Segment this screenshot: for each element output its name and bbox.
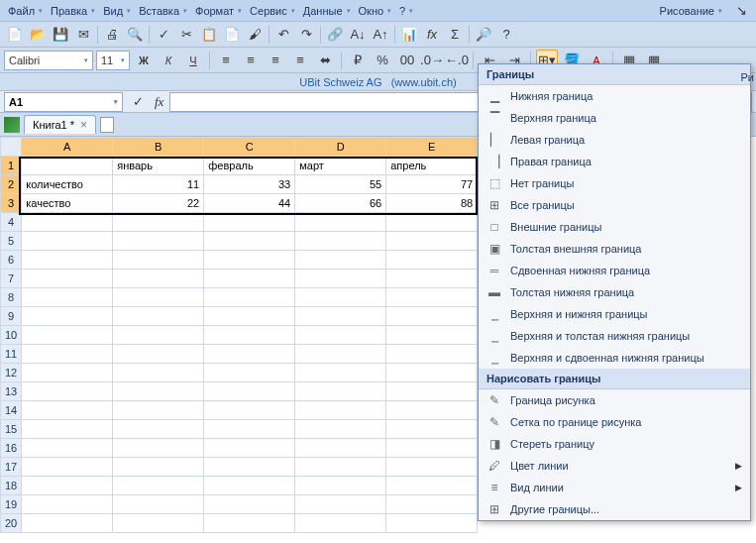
row-header[interactable]: 2	[1, 175, 22, 194]
cell[interactable]	[22, 157, 113, 175]
border-top-item[interactable]: ▔Верхняя граница	[479, 107, 750, 129]
bold-icon[interactable]: Ж	[133, 50, 155, 71]
cell[interactable]: 33	[204, 175, 295, 194]
fx-wizard-icon[interactable]: ✓	[127, 91, 149, 113]
paste-icon[interactable]: 📄	[221, 24, 243, 46]
row-header[interactable]: 20	[1, 514, 22, 533]
row-header[interactable]: 14	[1, 401, 22, 420]
align-center-icon[interactable]: ≡	[240, 50, 262, 71]
sort-desc-icon[interactable]: A↑	[370, 24, 391, 46]
line-color-item[interactable]: 🖊Цвет линии▶	[479, 455, 750, 477]
border-all-item[interactable]: ⊞Все границы	[479, 194, 750, 216]
menu-window[interactable]: Окно	[355, 3, 396, 19]
row-header[interactable]: 3	[1, 194, 22, 213]
border-top-thick-bottom-item[interactable]: ⎯Верхняя и толстая нижняя границы	[479, 325, 750, 347]
cell[interactable]: 77	[386, 175, 478, 194]
border-thick-bottom-item[interactable]: ▬Толстая нижняя граница	[479, 281, 750, 303]
menu-format[interactable]: Формат	[191, 3, 246, 19]
cut-icon[interactable]: ✂	[175, 24, 197, 46]
cell[interactable]: качество	[22, 194, 113, 213]
link-icon[interactable]: 🔗	[324, 24, 346, 46]
new-tab-icon[interactable]	[100, 117, 114, 133]
border-top-double-bottom-item[interactable]: ⎯Верхняя и сдвоенная нижняя границы	[479, 347, 750, 369]
font-size-combo[interactable]: 11	[96, 51, 130, 70]
font-name-combo[interactable]: Calibri	[4, 51, 93, 70]
row-header[interactable]: 6	[1, 251, 22, 270]
border-double-bottom-item[interactable]: ═Сдвоенная нижняя граница	[479, 260, 750, 281]
row-header[interactable]: 19	[1, 495, 22, 514]
open-icon[interactable]: 📂	[27, 24, 49, 46]
col-header[interactable]: A	[22, 138, 113, 157]
sum-icon[interactable]: Σ	[444, 24, 466, 46]
chart-icon[interactable]: 📊	[398, 24, 420, 46]
col-header[interactable]: D	[295, 138, 386, 157]
col-header[interactable]: E	[386, 138, 478, 157]
currency-icon[interactable]: ₽	[347, 50, 369, 71]
brush-icon[interactable]: 🖌	[244, 24, 266, 46]
cell[interactable]: 55	[295, 175, 386, 194]
menu-view[interactable]: Вид	[99, 3, 135, 19]
close-icon[interactable]: ×	[80, 118, 87, 132]
copy-icon[interactable]: 📋	[198, 24, 220, 46]
comma-icon[interactable]: 00	[396, 50, 418, 71]
percent-icon[interactable]: %	[372, 50, 393, 71]
draw-border-item[interactable]: ✎Граница рисунка	[479, 389, 750, 411]
cell[interactable]: март	[295, 157, 386, 175]
border-top-bottom-item[interactable]: ⎯Верхняя и нижняя границы	[479, 303, 750, 325]
undo-icon[interactable]: ↶	[272, 24, 294, 46]
spell-icon[interactable]: ✓	[153, 24, 174, 46]
line-style-item[interactable]: ≡Вид линии▶	[479, 477, 750, 498]
row-header[interactable]: 11	[1, 345, 22, 364]
cell[interactable]: январь	[113, 157, 204, 175]
border-outside-item[interactable]: □Внешние границы	[479, 216, 750, 238]
select-all-corner[interactable]	[1, 138, 22, 157]
row-header[interactable]: 12	[1, 364, 22, 382]
cell[interactable]: февраль	[204, 157, 295, 175]
menu-service[interactable]: Сервис	[246, 3, 299, 19]
menu-edit[interactable]: Правка	[47, 3, 99, 19]
row-header[interactable]: 16	[1, 439, 22, 458]
zoom-icon[interactable]: 🔎	[473, 24, 494, 46]
row-header[interactable]: 9	[1, 307, 22, 326]
border-bottom-item[interactable]: ▁Нижняя граница	[479, 85, 750, 107]
cell[interactable]: количество	[22, 175, 113, 194]
row-header[interactable]: 1	[1, 157, 22, 175]
cell-reference[interactable]: A1	[4, 92, 123, 112]
new-icon[interactable]: 📄	[4, 24, 26, 46]
border-thick-outside-item[interactable]: ▣Толстая внешняя граница	[479, 238, 750, 260]
border-right-item[interactable]: ▕Правая граница	[479, 151, 750, 172]
inc-decimal-icon[interactable]: .0→	[421, 50, 443, 71]
save-icon[interactable]: 💾	[50, 24, 71, 46]
row-header[interactable]: 7	[1, 270, 22, 288]
border-left-item[interactable]: ▏Левая граница	[479, 129, 750, 151]
erase-border-item[interactable]: ◨Стереть границу	[479, 433, 750, 455]
align-left-icon[interactable]: ≡	[215, 50, 237, 71]
row-header[interactable]: 15	[1, 420, 22, 439]
dec-decimal-icon[interactable]: ←.0	[446, 50, 468, 71]
print-icon[interactable]: 🖨	[101, 24, 123, 46]
menu-help[interactable]: ?	[395, 3, 417, 19]
sort-asc-icon[interactable]: A↓	[347, 24, 369, 46]
menu-file[interactable]: Файл	[4, 3, 47, 19]
arrow-icon[interactable]: ↘	[730, 0, 752, 22]
row-header[interactable]: 10	[1, 326, 22, 345]
fx-icon[interactable]: fx	[421, 24, 443, 46]
cell[interactable]: апрель	[386, 157, 478, 175]
row-header[interactable]: 18	[1, 477, 22, 495]
more-borders-item[interactable]: ⊞Другие границы...	[479, 498, 750, 520]
underline-icon[interactable]: Ч	[182, 50, 204, 71]
border-none-item[interactable]: ⬚Нет границы	[479, 172, 750, 194]
menu-insert[interactable]: Вставка	[135, 3, 191, 19]
preview-icon[interactable]: 🔍	[124, 24, 146, 46]
draw-border-grid-item[interactable]: ✎Сетка по границе рисунка	[479, 411, 750, 433]
row-header[interactable]: 4	[1, 213, 22, 232]
cell[interactable]: 66	[295, 194, 386, 213]
cell[interactable]: 44	[204, 194, 295, 213]
redo-icon[interactable]: ↷	[295, 24, 317, 46]
row-header[interactable]: 8	[1, 288, 22, 307]
merge-icon[interactable]: ⬌	[314, 50, 336, 71]
menu-data[interactable]: Данные	[299, 3, 355, 19]
italic-icon[interactable]: К	[158, 50, 179, 71]
align-justify-icon[interactable]: ≡	[289, 50, 311, 71]
row-header[interactable]: 17	[1, 458, 22, 477]
